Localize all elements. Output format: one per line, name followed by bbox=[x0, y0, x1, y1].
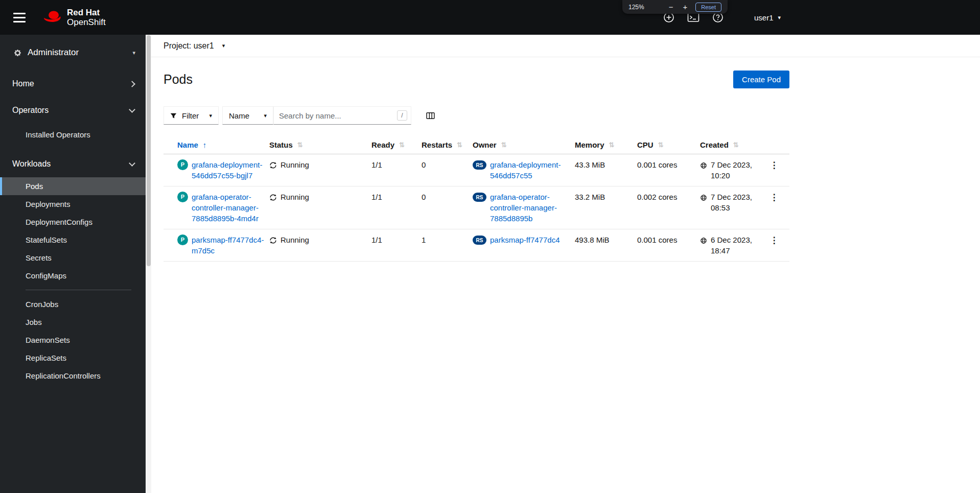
main-content: Project: user1 ▾ Pods Create Pod Filter … bbox=[151, 35, 980, 493]
nav-toggle-button[interactable] bbox=[11, 11, 28, 25]
sidebar-item-installed-operators[interactable]: Installed Operators bbox=[0, 124, 146, 146]
web-terminal-icon[interactable] bbox=[687, 12, 699, 22]
sidebar-item-replicationcontrollers[interactable]: ReplicationControllers bbox=[0, 367, 146, 385]
sidebar-nav: Administrator ▾ Home Operators Installed… bbox=[0, 35, 146, 493]
kebab-menu-icon[interactable]: ⋮ bbox=[770, 236, 779, 245]
nav-label: Operators bbox=[12, 106, 49, 115]
sidebar-item-cronjobs[interactable]: CronJobs bbox=[0, 295, 146, 313]
status-text: Running bbox=[281, 234, 309, 245]
sort-icon: ⇅ bbox=[399, 141, 405, 149]
timestamp-globe-icon bbox=[700, 236, 707, 247]
kebab-menu-icon[interactable]: ⋮ bbox=[770, 161, 779, 170]
caret-down-icon: ▾ bbox=[778, 15, 781, 20]
sidebar-item-secrets[interactable]: Secrets bbox=[0, 249, 146, 267]
caret-down-icon: ▾ bbox=[264, 113, 267, 119]
ready-cell: 1/1 bbox=[371, 186, 422, 229]
kebab-menu-icon[interactable]: ⋮ bbox=[770, 193, 779, 202]
status-text: Running bbox=[281, 159, 309, 170]
user-menu[interactable]: user1 ▾ bbox=[754, 0, 781, 35]
memory-cell: 33.2 MiB bbox=[575, 186, 637, 229]
search-shortcut-hint: / bbox=[397, 110, 407, 121]
masthead: Red Hat OpenShift user1 ▾ bbox=[0, 0, 980, 35]
sidebar-item-deploymentconfigs[interactable]: DeploymentConfigs bbox=[0, 213, 146, 231]
filter-dropdown[interactable]: Filter ▾ bbox=[164, 106, 219, 125]
chevron-down-icon bbox=[129, 160, 135, 167]
sort-icon: ⇅ bbox=[609, 141, 615, 149]
running-status-icon bbox=[269, 193, 277, 204]
sidebar-item-jobs[interactable]: Jobs bbox=[0, 313, 146, 331]
column-header-status[interactable]: Status ⇅ bbox=[269, 136, 371, 154]
owner-link[interactable]: parksmap-ff7477dc4 bbox=[490, 234, 559, 245]
zoom-out-button[interactable]: − bbox=[667, 3, 675, 11]
sort-icon: ⇅ bbox=[658, 141, 664, 149]
brand-line2: OpenShift bbox=[67, 17, 106, 27]
chevron-down-icon bbox=[129, 106, 135, 113]
replicaset-badge: RS bbox=[473, 160, 486, 170]
column-header-cpu[interactable]: CPU ⇅ bbox=[637, 136, 700, 154]
manage-columns-icon[interactable] bbox=[426, 111, 435, 120]
sidebar-scrollbar bbox=[146, 35, 151, 493]
created-text: 6 Dec 2023, 18:47 bbox=[711, 234, 759, 256]
workloads-subnav: Pods Deployments DeploymentConfigs State… bbox=[0, 177, 146, 285]
nav-label: Workloads bbox=[12, 159, 51, 169]
sidebar-item-home[interactable]: Home bbox=[0, 71, 146, 97]
ready-cell: 1/1 bbox=[371, 154, 422, 186]
owner-link[interactable]: grafana-operator-controller-manager-7885… bbox=[490, 192, 570, 224]
caret-down-icon: ▾ bbox=[209, 113, 212, 119]
column-header-created[interactable]: Created ⇅ bbox=[700, 136, 764, 154]
workloads-subnav-2: CronJobs Jobs DaemonSets ReplicaSets Rep… bbox=[0, 295, 146, 385]
table-row: P parksmap-ff7477dc4-m7d5c Running 1/1 1… bbox=[164, 229, 789, 262]
running-status-icon bbox=[269, 161, 277, 172]
zoom-in-button[interactable]: + bbox=[681, 3, 689, 11]
column-header-restarts[interactable]: Restarts ⇅ bbox=[422, 136, 473, 154]
browser-zoom-popup: 125% − + Reset bbox=[622, 0, 728, 14]
sidebar-item-replicasets[interactable]: ReplicaSets bbox=[0, 349, 146, 367]
pod-link[interactable]: grafana-operator-controller-manager-7885… bbox=[192, 192, 264, 224]
cpu-cell: 0.001 cores bbox=[637, 229, 700, 261]
pod-badge: P bbox=[177, 192, 188, 202]
sidebar-item-statefulsets[interactable]: StatefulSets bbox=[0, 231, 146, 249]
redhat-hat-icon bbox=[42, 10, 62, 25]
timestamp-globe-icon bbox=[700, 193, 707, 204]
sidebar-item-pods[interactable]: Pods bbox=[0, 177, 146, 195]
column-header-memory[interactable]: Memory ⇅ bbox=[575, 136, 637, 154]
pod-link[interactable]: grafana-deployment-546dd57c55-bgjl7 bbox=[192, 159, 264, 181]
sidebar-item-configmaps[interactable]: ConfigMaps bbox=[0, 267, 146, 285]
attribute-label: Name bbox=[229, 111, 249, 120]
perspective-switcher[interactable]: Administrator ▾ bbox=[0, 35, 146, 71]
openshift-logo[interactable]: Red Hat OpenShift bbox=[42, 8, 106, 27]
table-row: P grafana-operator-controller-manager-78… bbox=[164, 186, 789, 229]
pod-link[interactable]: parksmap-ff7477dc4-m7d5c bbox=[192, 234, 264, 256]
column-header-owner[interactable]: Owner ⇅ bbox=[473, 136, 575, 154]
timestamp-globe-icon bbox=[700, 161, 707, 172]
sort-icon: ⇅ bbox=[297, 141, 303, 149]
sidebar-item-daemonsets[interactable]: DaemonSets bbox=[0, 331, 146, 349]
created-text: 7 Dec 2023, 08:53 bbox=[711, 192, 759, 213]
page-header: Pods Create Pod bbox=[164, 71, 789, 88]
project-value: user1 bbox=[194, 41, 214, 50]
zoom-level: 125% bbox=[628, 4, 644, 11]
search-input[interactable] bbox=[273, 106, 411, 125]
create-pod-button[interactable]: Create Pod bbox=[733, 71, 789, 88]
memory-cell: 493.8 MiB bbox=[575, 229, 637, 261]
username: user1 bbox=[754, 13, 774, 22]
brand-line1: Red Hat bbox=[67, 8, 106, 17]
cpu-cell: 0.002 cores bbox=[637, 186, 700, 229]
memory-cell: 43.3 MiB bbox=[575, 154, 637, 186]
sidebar-item-workloads[interactable]: Workloads bbox=[0, 151, 146, 177]
ready-cell: 1/1 bbox=[371, 229, 422, 261]
owner-link[interactable]: grafana-deployment-546dd57c55 bbox=[490, 159, 570, 181]
project-selector[interactable]: Project: user1 ▾ bbox=[164, 41, 225, 51]
sidebar-item-operators[interactable]: Operators bbox=[0, 97, 146, 124]
project-label: Project: bbox=[164, 41, 191, 50]
zoom-reset-button[interactable]: Reset bbox=[695, 3, 721, 12]
column-header-name[interactable]: Name ↑ bbox=[164, 136, 269, 154]
sidebar-scrollbar-thumb[interactable] bbox=[147, 35, 151, 266]
column-header-ready[interactable]: Ready ⇅ bbox=[371, 136, 422, 154]
sidebar-item-deployments[interactable]: Deployments bbox=[0, 195, 146, 213]
replicaset-badge: RS bbox=[473, 236, 486, 245]
search-attribute-dropdown[interactable]: Name ▾ bbox=[222, 106, 273, 125]
cpu-cell: 0.001 cores bbox=[637, 154, 700, 186]
project-bar: Project: user1 ▾ bbox=[151, 35, 980, 57]
pod-badge: P bbox=[177, 234, 188, 245]
